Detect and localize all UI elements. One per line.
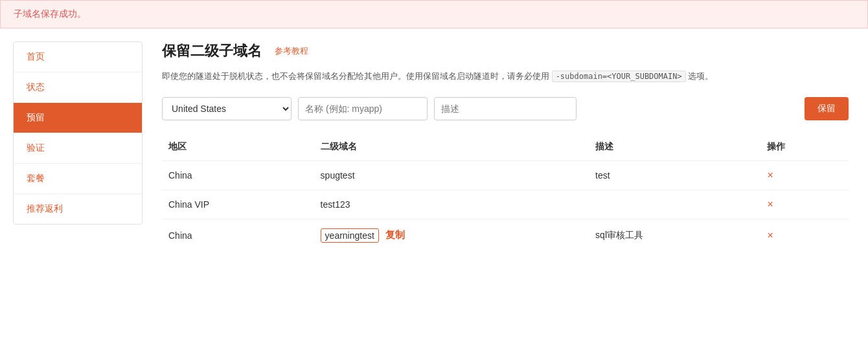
delete-button[interactable]: × bbox=[767, 199, 773, 210]
sidebar-item-verify[interactable]: 验证 bbox=[14, 133, 142, 164]
subdomain-table: 地区 二级域名 描述 操作 China spugtest test × bbox=[162, 133, 849, 252]
cell-description: test bbox=[589, 160, 760, 190]
region-select[interactable]: United States China China VIP Europe Asi… bbox=[162, 97, 291, 120]
cell-region: China bbox=[162, 219, 314, 252]
sidebar-item-referral[interactable]: 推荐返利 bbox=[14, 194, 142, 224]
col-description: 描述 bbox=[589, 133, 760, 161]
content-area: 保留二级子域名 参考教程 即使您的隧道处于脱机状态，也不会将保留域名分配给其他用… bbox=[155, 41, 855, 252]
table-row: China yearningtest 复制 sql审核工具 × bbox=[162, 219, 849, 252]
save-button[interactable]: 保留 bbox=[805, 97, 849, 120]
delete-button[interactable]: × bbox=[767, 230, 773, 241]
cell-subdomain: spugtest bbox=[314, 160, 589, 190]
table-row: China spugtest test × bbox=[162, 160, 849, 190]
sidebar-item-status[interactable]: 状态 bbox=[14, 72, 142, 103]
cell-action: × bbox=[760, 190, 849, 219]
sidebar-item-reserve[interactable]: 预留 bbox=[14, 103, 142, 133]
cell-description: sql审核工具 bbox=[589, 219, 760, 252]
form-row: United States China China VIP Europe Asi… bbox=[162, 97, 849, 120]
code-snippet: -subdomain=<YOUR_SUBDOMAIN> bbox=[552, 71, 686, 82]
col-region: 地区 bbox=[162, 133, 314, 161]
col-action: 操作 bbox=[760, 133, 849, 161]
desc-input[interactable] bbox=[434, 97, 577, 120]
alert-message: 子域名保存成功。 bbox=[14, 8, 86, 19]
sidebar-item-home[interactable]: 首页 bbox=[14, 42, 142, 72]
cell-region: China VIP bbox=[162, 190, 314, 219]
page-title: 保留二级子域名 bbox=[162, 41, 262, 61]
subdomain-with-copy: yearningtest 复制 bbox=[321, 228, 583, 243]
sidebar: 首页 状态 预留 验证 套餐 推荐返利 bbox=[13, 41, 143, 225]
table-row: China VIP test123 × bbox=[162, 190, 849, 219]
subdomain-highlighted: yearningtest bbox=[321, 228, 379, 243]
name-input[interactable] bbox=[298, 97, 428, 120]
cell-action: × bbox=[760, 219, 849, 252]
cell-action: × bbox=[760, 160, 849, 190]
cell-description bbox=[589, 190, 760, 219]
sidebar-item-plan[interactable]: 套餐 bbox=[14, 164, 142, 194]
cell-subdomain: test123 bbox=[314, 190, 589, 219]
content-header: 保留二级子域名 参考教程 bbox=[162, 41, 849, 61]
cell-subdomain: yearningtest 复制 bbox=[314, 219, 589, 252]
copy-button[interactable]: 复制 bbox=[385, 229, 405, 241]
cell-region: China bbox=[162, 160, 314, 190]
delete-button[interactable]: × bbox=[767, 170, 773, 181]
content-description: 即使您的隧道处于脱机状态，也不会将保留域名分配给其他用户。使用保留域名启动隧道时… bbox=[162, 69, 849, 84]
ref-link[interactable]: 参考教程 bbox=[275, 45, 308, 57]
alert-banner: 子域名保存成功。 bbox=[0, 0, 868, 28]
col-subdomain: 二级域名 bbox=[314, 133, 589, 161]
